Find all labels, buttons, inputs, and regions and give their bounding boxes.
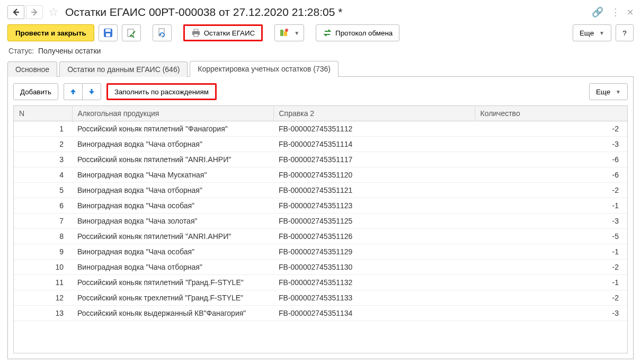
svg-rect-2 — [106, 33, 110, 37]
table-row[interactable]: 12Российский коньяк трехлетний "Гранд.F-… — [14, 290, 627, 306]
table-row[interactable]: 3Российский коньяк пятилетний "ANRI.АНРИ… — [14, 152, 627, 167]
inner-more-button[interactable]: Еще ▼ — [589, 83, 628, 100]
cell-ref: FB-000002745351129 — [273, 244, 475, 260]
tab-main[interactable]: Основное — [7, 61, 57, 77]
chevron-down-icon: ▼ — [599, 30, 604, 36]
more-button[interactable]: Еще ▼ — [573, 24, 611, 41]
cell-n: 4 — [14, 167, 72, 183]
cell-product: Виноградная водка "Чача отборная" — [72, 260, 273, 275]
kebab-menu-icon[interactable]: ⋮ — [611, 6, 619, 18]
cell-qty: -2 — [475, 290, 627, 306]
cell-product: Виноградная водка "Чача особая" — [72, 244, 273, 260]
close-icon[interactable]: ✕ — [627, 7, 634, 17]
cell-ref: FB-000002745351133 — [273, 290, 475, 306]
svg-rect-11 — [72, 92, 74, 94]
print-egais-button[interactable]: Остатки ЕГАИС — [183, 24, 263, 41]
exchange-protocol-button[interactable]: Протокол обмена — [316, 24, 399, 41]
cell-ref: FB-000002745351125 — [273, 214, 475, 229]
tab-egais-balances[interactable]: Остатки по данным ЕГАИС (646) — [59, 61, 188, 77]
cell-qty: -1 — [475, 244, 627, 260]
printer-icon — [191, 28, 201, 38]
print-egais-label: Остатки ЕГАИС — [204, 29, 255, 37]
cell-qty: -2 — [475, 183, 627, 198]
table-row[interactable]: 11Российский коньяк пятилетний "Гранд.F-… — [14, 275, 627, 290]
arrow-right-icon — [30, 8, 39, 16]
table-row[interactable]: 6Виноградная водка "Чача особая"FB-00000… — [14, 198, 627, 214]
cell-ref: FB-000002745351114 — [273, 137, 475, 152]
col-header-qty[interactable]: Количество — [475, 106, 627, 121]
cell-n: 10 — [14, 260, 72, 275]
cell-ref: FB-000002745351117 — [273, 152, 475, 167]
save-icon — [103, 28, 113, 38]
cell-ref: FB-000002745351112 — [273, 121, 475, 137]
table-row[interactable]: 1Российский коньяк пятилетний "Фанагория… — [14, 121, 627, 137]
cell-n: 8 — [14, 229, 72, 244]
cell-qty: -3 — [475, 306, 627, 321]
table-row[interactable]: 9Виноградная водка "Чача особая"FB-00000… — [14, 244, 627, 260]
link-icon[interactable]: 🔗 — [592, 6, 603, 18]
col-header-n[interactable]: N — [14, 106, 72, 121]
cell-product: Российский коньяк пятилетний "ANRI.АНРИ" — [72, 229, 273, 244]
cell-product: Российский коньяк выдержанный КВ"Фанагор… — [72, 306, 273, 321]
table-row[interactable]: 8Российский коньяк пятилетний "ANRI.АНРИ… — [14, 229, 627, 244]
page-title: Остатки ЕГАИС 00РТ-000038 от 27.12.2020 … — [63, 6, 590, 19]
col-header-product[interactable]: Алкогольная продукция — [72, 106, 273, 121]
reports-dropdown-button[interactable]: ▼ — [274, 24, 304, 41]
move-down-button[interactable] — [82, 83, 101, 100]
table-row[interactable]: 7Виноградная водка "Чача золотая"FB-0000… — [14, 214, 627, 229]
cell-ref: FB-000002745351123 — [273, 198, 475, 214]
cell-product: Российский коньяк трехлетний "Гранд.F-ST… — [72, 290, 273, 306]
inner-more-label: Еще — [596, 88, 610, 96]
cell-product: Российский коньяк пятилетний "Фанагория" — [72, 121, 273, 137]
reports-icon — [279, 28, 289, 38]
nav-back-button[interactable] — [7, 5, 24, 19]
post-button[interactable] — [122, 24, 141, 41]
doc-refresh-icon — [157, 28, 167, 38]
cell-n: 11 — [14, 275, 72, 290]
svg-rect-1 — [105, 29, 111, 32]
cell-product: Виноградная водка "Чача отборная" — [72, 137, 273, 152]
more-label: Еще — [580, 29, 594, 37]
fill-by-discrepancies-label: Заполнить по расхождениям — [114, 88, 209, 96]
add-row-button[interactable]: Добавить — [13, 83, 58, 100]
svg-point-10 — [285, 29, 288, 32]
cell-ref: FB-000002745351134 — [273, 306, 475, 321]
cell-n: 2 — [14, 137, 72, 152]
cell-product: Виноградная водка "Чача Мускатная" — [72, 167, 273, 183]
cell-n: 12 — [14, 290, 72, 306]
exchange-icon — [323, 28, 332, 38]
cell-product: Виноградная водка "Чача золотая" — [72, 214, 273, 229]
cell-qty: -1 — [475, 275, 627, 290]
save-button[interactable] — [99, 24, 118, 41]
cell-ref: FB-000002745351132 — [273, 275, 475, 290]
tab-bar: Основное Остатки по данным ЕГАИС (646) К… — [7, 60, 634, 77]
arrow-up-icon — [69, 87, 77, 96]
cell-ref: FB-000002745351121 — [273, 183, 475, 198]
cell-product: Российский коньяк пятилетний "Гранд.F-ST… — [72, 275, 273, 290]
table-row[interactable]: 13Российский коньяк выдержанный КВ"Фанаг… — [14, 306, 627, 321]
status-label: Статус: — [8, 47, 34, 55]
refresh-doc-button[interactable] — [153, 24, 172, 41]
fill-by-discrepancies-button[interactable]: Заполнить по расхождениям — [106, 83, 217, 100]
table-row[interactable]: 5Виноградная водка "Чача отборная"FB-000… — [14, 183, 627, 198]
cell-ref: FB-000002745351120 — [273, 167, 475, 183]
post-icon — [127, 28, 136, 38]
correction-table-scroll[interactable]: N Алкогольная продукция Справка 2 Количе… — [14, 106, 627, 353]
table-row[interactable]: 2Виноградная водка "Чача отборная"FB-000… — [14, 137, 627, 152]
table-row[interactable]: 10Виноградная водка "Чача отборная"FB-00… — [14, 260, 627, 275]
favorite-star-icon[interactable]: ☆ — [48, 5, 59, 19]
move-up-button[interactable] — [64, 83, 83, 100]
col-header-ref[interactable]: Справка 2 — [273, 106, 475, 121]
cell-ref: FB-000002745351130 — [273, 260, 475, 275]
post-and-close-label: Провести и закрыть — [15, 29, 86, 37]
cell-n: 3 — [14, 152, 72, 167]
cell-qty: -5 — [475, 229, 627, 244]
help-button[interactable]: ? — [616, 24, 634, 41]
cell-product: Виноградная водка "Чача особая" — [72, 198, 273, 214]
table-row[interactable]: 4Виноградная водка "Чача Мускатная"FB-00… — [14, 167, 627, 183]
svg-rect-6 — [194, 29, 198, 31]
svg-rect-12 — [91, 89, 92, 92]
arrow-left-icon — [12, 8, 20, 16]
post-and-close-button[interactable]: Провести и закрыть — [7, 24, 94, 41]
tab-correction[interactable]: Корректировка учетных остатков (736) — [190, 61, 339, 77]
